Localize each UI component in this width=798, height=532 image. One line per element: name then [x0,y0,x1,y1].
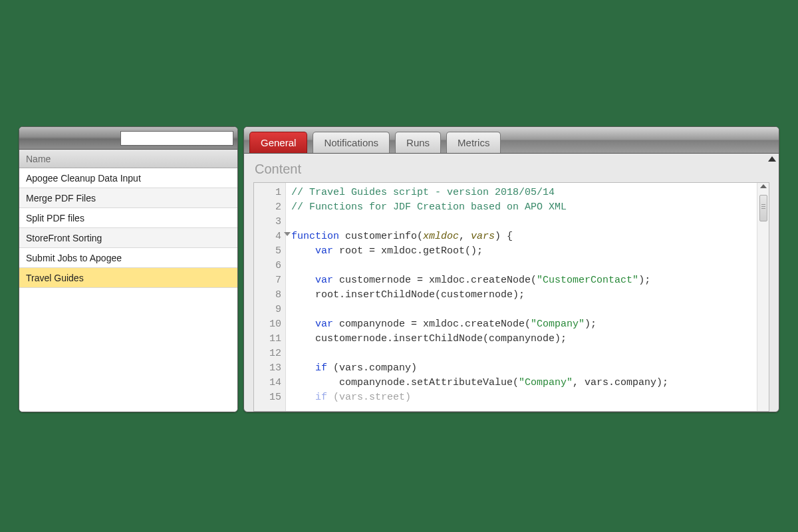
tab-notifications[interactable]: Notifications [313,132,390,153]
line-number: 15 [254,390,281,405]
scripts-list: Apogee Cleanup Data InputMerge PDF Files… [19,168,237,412]
scripts-toolbar [19,127,237,150]
code-line[interactable] [291,346,751,361]
detail-panel: GeneralNotificationsRunsMetrics Content … [243,126,779,412]
tab-runs[interactable]: Runs [395,132,441,153]
list-item[interactable]: Apogee Cleanup Data Input [19,168,237,188]
editor-scrollbar[interactable] [757,183,769,411]
line-number: 6 [254,259,281,273]
line-number: 10 [254,317,281,332]
list-item[interactable]: Split PDF files [19,208,237,228]
code-line[interactable]: if (vars.company) [291,361,751,376]
line-number: 5 [254,244,281,259]
line-number: 8 [254,288,281,303]
line-number: 14 [254,376,281,390]
list-item[interactable]: Submit Jobs to Apogee [19,248,237,268]
line-number: 13 [254,361,281,376]
code-line[interactable]: var companynode = xmldoc.createNode("Com… [291,317,751,332]
code-line[interactable] [291,303,751,317]
fold-toggle-icon[interactable] [284,232,291,236]
tab-bar: GeneralNotificationsRunsMetrics [244,127,779,154]
code-line[interactable]: root.insertChildNode(customernode); [291,288,751,303]
section-heading-content: Content [255,162,769,177]
code-line[interactable]: var customernode = xmldoc.createNode("Cu… [291,273,751,288]
code-line[interactable]: function customerinfo(xmldoc, vars) { [291,229,751,244]
tab-metrics[interactable]: Metrics [446,132,501,153]
line-number: 9 [254,303,281,317]
tab-general[interactable]: General [249,132,307,153]
code-line[interactable]: if (vars.street) [291,390,751,405]
line-number: 1 [254,186,281,200]
search-input[interactable] [120,131,233,146]
content-area: Content 123456789101112131415 // Travel … [244,154,779,412]
workspace: Name Apogee Cleanup Data InputMerge PDF … [19,126,779,412]
list-item[interactable]: StoreFront Sorting [19,228,237,248]
line-number: 7 [254,273,281,288]
line-number: 2 [254,200,281,215]
code-line[interactable]: customernode.insertChildNode(companynode… [291,332,751,346]
line-number: 3 [254,215,281,229]
list-item[interactable]: Travel Guides [19,268,237,288]
list-item[interactable]: Merge PDF Files [19,188,237,208]
code-line[interactable] [291,215,751,229]
code-line[interactable]: // Functions for JDF Creation based on A… [291,200,751,215]
column-header-name[interactable]: Name [19,150,237,168]
line-number: 11 [254,332,281,346]
scroll-up-icon[interactable] [760,184,767,188]
code-editor[interactable]: 123456789101112131415 // Travel Guides s… [253,182,769,412]
line-number: 4 [254,229,281,244]
editor-code[interactable]: // Travel Guides script - version 2018/0… [286,183,757,411]
line-number: 12 [254,346,281,361]
scroll-thumb[interactable] [759,195,767,221]
code-line[interactable]: var root = xmldoc.getRoot(); [291,244,751,259]
scripts-list-panel: Name Apogee Cleanup Data InputMerge PDF … [19,126,238,412]
code-line[interactable] [291,259,751,273]
editor-gutter: 123456789101112131415 [254,183,286,411]
code-line[interactable]: companynode.setAttributeValue("Company",… [291,376,751,390]
code-line[interactable]: // Travel Guides script - version 2018/0… [291,186,751,200]
